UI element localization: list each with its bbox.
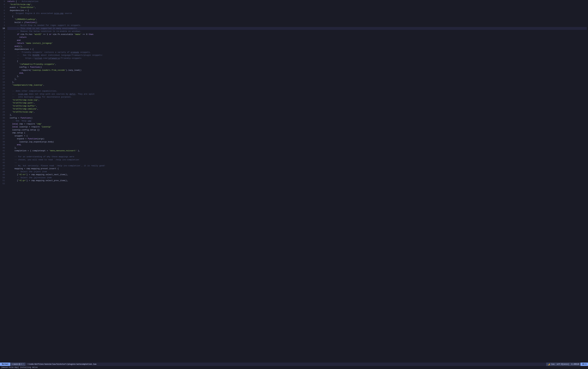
code-line xyxy=(7,87,587,90)
code-line: completion = { completeopt = 'menu,menuo… xyxy=(7,149,587,152)
code-line: config = function() xyxy=(7,66,587,69)
code-line: }, xyxy=(7,113,587,116)
code-line: }, xyxy=(7,81,587,84)
token-str: 'saadparwaiz1/cmp_luasnip' xyxy=(12,84,43,86)
token-kw: function xyxy=(28,138,37,140)
line-number: 39 xyxy=(1,143,5,146)
token-str: 'luasnip' xyxy=(41,126,52,128)
code-line: -- Select the [p]revious item xyxy=(7,176,587,179)
token-kw: end xyxy=(17,144,20,146)
code-line: 'saadparwaiz1/cmp_luasnip', xyxy=(7,84,587,87)
token-plain: { xyxy=(7,60,18,62)
token-plain xyxy=(7,99,12,101)
line-number: 13 xyxy=(1,66,5,69)
code-line: if vim.fn.has 'win32' == 1 or vim.fn.exe… xyxy=(7,33,587,36)
code-line: return { -- Autocompletion xyxy=(7,0,587,3)
token-kw: or xyxy=(49,33,52,36)
code-line: 'L3MON4D3/LuaSnip', xyxy=(7,18,587,21)
token-plain: , xyxy=(23,72,24,74)
token-plain: mapping = cmp.mapping.preset.insert { xyxy=(7,167,59,170)
token-str: 'luasnip.loaders.from_vscode' xyxy=(31,69,66,71)
line-number: 15 xyxy=(1,72,5,75)
token-kw: function xyxy=(30,66,40,68)
bottom-message: [mason-nvim-dap] installing delve xyxy=(0,366,588,369)
line-number: 7 xyxy=(1,48,5,51)
code-line xyxy=(7,152,587,155)
code-line: config = function() xyxy=(7,116,587,120)
line-number: 17 xyxy=(1,78,5,81)
token-plain: luasnip = require xyxy=(18,126,41,128)
code-line: end xyxy=(7,39,587,42)
line-number: 31 xyxy=(1,119,5,123)
token-plain: }, xyxy=(7,75,19,77)
code-line: -- Build Step is needed for regex suppor… xyxy=(7,24,587,27)
token-plain: completion = { completeopt = xyxy=(7,150,49,152)
token-str: 'hrsh7th/nvim-cmp' xyxy=(12,111,33,113)
code-line: dependencies = { xyxy=(7,9,587,12)
token-cmt: -- Build Step is needed for regex suppor… xyxy=(7,24,82,27)
line-number: 49 xyxy=(1,173,5,176)
line-number: 24 xyxy=(1,99,5,102)
token-plain: , xyxy=(38,99,40,101)
code-area[interactable]: return { -- Autocompletion 'hrsh7th/nvim… xyxy=(6,0,588,363)
token-plain xyxy=(7,102,12,104)
line-number: 1 xyxy=(1,24,5,27)
token-plain: , xyxy=(21,144,22,146)
code-line: dependencies = { xyxy=(7,48,587,51)
token-plain xyxy=(7,39,17,41)
token-plain: }, xyxy=(77,150,80,152)
token-kw: end xyxy=(17,39,20,41)
token-cmt-link: nvim-cmp xyxy=(54,12,63,15)
token-plain xyxy=(7,105,12,107)
code-line: 'hrsh7th/cmp-path', xyxy=(7,102,587,105)
code-line: -- This step is not supported in many en… xyxy=(7,27,587,30)
token-plain xyxy=(7,123,12,125)
token-cmt: .com/ xyxy=(42,57,48,59)
line-number: 26 xyxy=(1,105,5,108)
code-line: -- See `help cmp` xyxy=(7,119,587,123)
token-cmt: -- `friendly-snippets` contains a variet… xyxy=(7,51,71,53)
line-number: 38 xyxy=(1,140,5,144)
token-str: 'rafamadriz/friendly-snippets' xyxy=(19,63,55,65)
token-plain: vim.fn.has xyxy=(19,33,34,36)
token-cmt: ` xyxy=(31,120,32,122)
code-line: local cmp = require 'cmp' xyxy=(7,123,587,125)
token-plain: build = ( xyxy=(7,21,25,24)
token-cmt: -- This step is not supported in many en… xyxy=(7,27,78,30)
token-str: 'make' xyxy=(74,33,82,36)
code-line: { xyxy=(7,60,587,63)
token-plain: , xyxy=(36,18,37,20)
line-number: 12 xyxy=(1,63,5,66)
token-plain: , xyxy=(55,63,56,65)
git-tilde: ~ xyxy=(23,363,24,365)
token-kw: if xyxy=(17,33,19,36)
code-line: 'hrsh7th/cmp-cmdline', xyxy=(7,107,587,111)
line-number: 4 xyxy=(1,15,5,18)
token-cmt-link: github xyxy=(35,57,42,59)
token-plain: ] = cmp.mapping.select_prev_item(), xyxy=(27,179,68,182)
token-cmt-link: deflt xyxy=(70,93,75,95)
code-line: -- https://github.com/rafamadriz/friendl… xyxy=(7,57,587,60)
line-number: 43 xyxy=(1,155,5,158)
code-line: { xyxy=(7,15,587,18)
code-line: 'hrsh7th/nvim-cmp', xyxy=(7,3,587,6)
line-number: 16 xyxy=(1,75,5,78)
line-number: 41 xyxy=(1,149,5,152)
code-line: end, xyxy=(7,143,587,146)
code-line: }, xyxy=(7,75,587,78)
token-cmt: -- Remove the below condition to re-enab… xyxy=(7,30,82,32)
line-number: 5 xyxy=(1,12,5,15)
right-section: 🌙 lua utf-8[unix] 4.40KiB xyxy=(546,363,581,366)
line-number: 22 xyxy=(1,93,5,96)
token-cmt-link: repos xyxy=(35,96,41,98)
line-number: 2 xyxy=(1,21,5,24)
line-number: 35 xyxy=(1,131,5,134)
token-plain: == 1 xyxy=(42,33,49,36)
token-plain xyxy=(7,45,15,47)
code-line: 'rafamadriz/friendly-snippets', xyxy=(7,63,587,66)
code-line: 'hrsh7th/cmp-nvim-lsp', xyxy=(7,99,587,102)
line-number: 40 xyxy=(1,146,5,149)
token-plain: ] = cmp.mapping.select_next_item(), xyxy=(27,174,68,176)
cursor-position: 10:1 xyxy=(580,363,588,366)
filetype-label: 🌙 xyxy=(548,363,550,366)
